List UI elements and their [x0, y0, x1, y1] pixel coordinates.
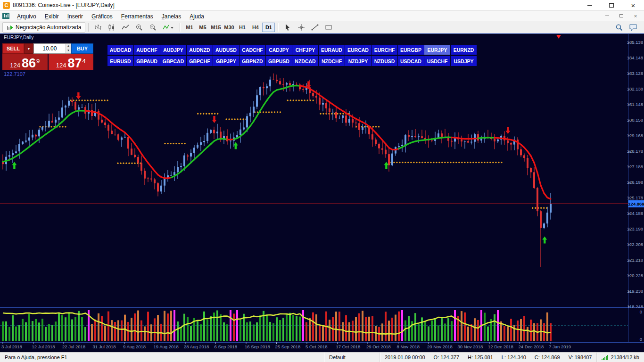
connection-bars-icon [602, 354, 608, 360]
status-profile[interactable]: Default [324, 353, 380, 362]
pair-button-nzdchf[interactable]: NZDCHF [319, 56, 345, 66]
status-bar-time: 2019.01.09 00:00 [385, 354, 425, 360]
pair-button-eurgbp[interactable]: EURGBP [398, 45, 424, 55]
menu-ajuda[interactable]: Ajuda [185, 12, 208, 21]
maximize-button[interactable] [601, 0, 622, 10]
volume-input[interactable] [34, 44, 66, 53]
trendline-button[interactable] [308, 22, 321, 33]
pair-button-cadchf[interactable]: CADCHF [239, 45, 265, 55]
crosshair-button[interactable] [295, 22, 307, 33]
pair-button-gbpusd[interactable]: GBPUSD [266, 56, 292, 66]
pair-button-eurchf[interactable]: EURCHF [372, 45, 397, 55]
pair-button-chfjpy[interactable]: CHFJPY [292, 45, 318, 55]
close-icon: × [634, 13, 637, 19]
date-axis-label: 24 Dec 2018 [519, 344, 544, 349]
pair-button-eurcad[interactable]: EURCAD [345, 45, 371, 55]
candlestick-chart-button[interactable] [105, 22, 118, 33]
pair-button-audchf[interactable]: AUDCHF [134, 45, 160, 55]
volume-decrease-button[interactable]: ▼ [66, 49, 71, 53]
timeframe-d1-button[interactable]: D1 [262, 23, 275, 32]
timeframe-m5-button[interactable]: M5 [196, 23, 209, 32]
pair-button-gbpcad[interactable]: GBPCAD [160, 56, 186, 66]
indicators-button[interactable] [160, 22, 177, 33]
price-axis-label: 127.188 [627, 164, 643, 169]
pair-button-gbpjpy[interactable]: GBPJPY [213, 56, 239, 66]
buy-price-display[interactable]: 124874 [49, 54, 94, 70]
menu-exibir[interactable]: Exibir [41, 12, 63, 21]
timeframe-h1-button[interactable]: H1 [236, 23, 248, 32]
menu-ferramentas[interactable]: Ferramentas [117, 12, 157, 21]
chart-area[interactable]: EURJPY,Daily 122.7107 SELL ▼ ▲ ▼ BUY 124… [0, 33, 644, 352]
auto-trading-button[interactable]: Negociação Automatizada [2, 22, 85, 33]
zoom-in-button[interactable] [132, 22, 145, 33]
indicator-zero-label-top: 0 [629, 309, 642, 314]
pair-button-nzdcad[interactable]: NZDCAD [292, 56, 318, 66]
pair-button-nzdusd[interactable]: NZDUSD [372, 56, 397, 66]
pair-button-gbpaud[interactable]: GBPAUD [134, 56, 160, 66]
status-high: H: 125.081 [468, 354, 493, 360]
pair-button-eurjpy[interactable]: EURJPY [424, 45, 450, 55]
symbol-matrix: AUDCADAUDCHFAUDJPYAUDNZDAUDUSDCADCHFCADJ… [107, 45, 477, 66]
date-axis-label: 9 Aug 2018 [123, 344, 146, 349]
price-axis-label: 126.198 [627, 180, 643, 185]
chart-symbol-label: EURJPY,Daily [4, 35, 33, 40]
pair-button-audnzd[interactable]: AUDNZD [187, 45, 213, 55]
timeframe-m30-button[interactable]: M30 [223, 23, 235, 32]
buy-price-prefix: 124 [56, 62, 66, 69]
pair-button-eurnzd[interactable]: EURNZD [451, 45, 477, 55]
pair-button-gbpchf[interactable]: GBPCHF [187, 56, 213, 66]
timeframe-buttons: M1M5M15M30H1H4D1 [183, 23, 275, 32]
minimize-icon [587, 5, 592, 6]
pair-button-usdchf[interactable]: USDCHF [424, 56, 450, 66]
toolbar-separator [180, 23, 180, 32]
status-close: C: 124.869 [535, 354, 560, 360]
status-bar-data: 2019.01.09 00:00 O: 124.377 H: 125.081 L… [380, 353, 596, 362]
pair-button-usdjpy[interactable]: USDJPY [451, 56, 477, 66]
pair-button-audcad[interactable]: AUDCAD [107, 45, 133, 55]
buy-button[interactable]: BUY [71, 43, 93, 54]
pair-button-gbpnzd[interactable]: GBPNZD [239, 56, 265, 66]
bar-chart-button[interactable] [91, 22, 104, 33]
menu-janelas[interactable]: Janelas [157, 12, 185, 21]
menu-arquivo[interactable]: Arquivo [13, 12, 41, 21]
cursor-icon [284, 24, 291, 31]
menu-items: ArquivoExibirInserirGráficosFerramentasJ… [13, 12, 208, 20]
pair-button-nzdjpy[interactable]: NZDJPY [345, 56, 371, 66]
search-symbol-button[interactable] [612, 22, 625, 33]
zoom-out-button[interactable] [146, 22, 159, 33]
date-axis-label: 7 Jan 2019 [549, 344, 571, 349]
menu-gráficos[interactable]: Gráficos [87, 12, 117, 21]
child-restore-button[interactable] [617, 12, 626, 20]
child-close-button[interactable]: × [631, 12, 640, 20]
menu-inserir[interactable]: Inserir [63, 12, 87, 21]
indicator-zero-label-bottom: 0 [629, 337, 642, 342]
close-button[interactable]: × [622, 0, 644, 10]
volume-increase-button[interactable]: ▲ [66, 44, 71, 49]
child-minimize-button[interactable] [603, 12, 612, 20]
shapes-button[interactable] [322, 22, 335, 33]
line-chart-button[interactable] [119, 22, 132, 33]
pair-button-euraud[interactable]: EURAUD [319, 45, 345, 55]
chat-bubble-icon [629, 24, 637, 31]
community-chat-button[interactable] [627, 22, 640, 33]
price-chart-canvas[interactable] [0, 33, 644, 352]
sell-price-display[interactable]: 124869 [2, 54, 48, 70]
timeframe-m15-button[interactable]: M15 [209, 23, 222, 32]
pair-button-eurusd[interactable]: EURUSD [107, 56, 133, 66]
date-axis-label: 20 Nov 2018 [427, 344, 453, 349]
price-axis-label: 132.138 [627, 86, 643, 91]
trade-options-dropdown[interactable]: ▼ [24, 43, 33, 54]
minimize-button[interactable] [579, 0, 601, 10]
cursor-button[interactable] [281, 22, 294, 33]
price-axis[interactable]: 135.138134.148133.128132.138131.148130.1… [629, 33, 644, 352]
timeframe-m1-button[interactable]: M1 [183, 23, 196, 32]
time-axis[interactable]: 3 Jul 201812 Jul 201822 Jul 201831 Jul 2… [0, 344, 628, 351]
pair-button-audjpy[interactable]: AUDJPY [160, 45, 186, 55]
timeframe-h4-button[interactable]: H4 [249, 23, 262, 32]
status-help-text: Para o Ajuda, pressione F1 [0, 353, 324, 362]
pair-button-cadjpy[interactable]: CADJPY [266, 45, 292, 55]
crosshair-icon [297, 24, 305, 31]
pair-button-audusd[interactable]: AUDUSD [213, 45, 239, 55]
pair-button-usdcad[interactable]: USDCAD [398, 56, 424, 66]
sell-button[interactable]: SELL [2, 43, 24, 54]
